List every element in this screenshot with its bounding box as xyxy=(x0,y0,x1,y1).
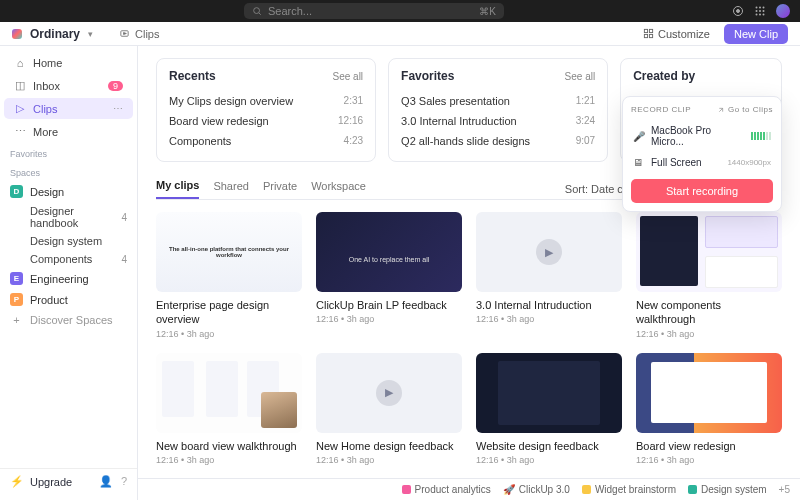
recent-item[interactable]: Components4:23 xyxy=(169,131,363,151)
favorite-item[interactable]: 3.0 Internal Intruduction3:24 xyxy=(401,111,595,131)
clip-icon: ▷ xyxy=(14,102,26,115)
tab-private[interactable]: Private xyxy=(263,180,297,198)
svg-point-10 xyxy=(756,14,758,16)
search-icon xyxy=(252,6,262,16)
space-engineering[interactable]: E Engineering xyxy=(0,268,137,289)
svg-line-1 xyxy=(259,13,261,15)
space-badge: P xyxy=(10,293,23,306)
svg-point-11 xyxy=(759,14,761,16)
svg-point-6 xyxy=(763,7,765,9)
play-icon: ▶ xyxy=(376,380,402,406)
tab-shared[interactable]: Shared xyxy=(213,180,248,198)
space-badge: E xyxy=(10,272,23,285)
space-child-design-system[interactable]: Design system xyxy=(0,232,137,250)
space-design[interactable]: D Design xyxy=(0,181,137,202)
upgrade-icon: ⚡ xyxy=(10,475,24,488)
clip-thumbnail: One AI to replace them all xyxy=(316,212,462,292)
see-all-link[interactable]: See all xyxy=(565,71,596,82)
record-circle-icon[interactable] xyxy=(732,5,744,17)
card-title: Created by xyxy=(633,69,695,83)
clips-grid: The all-in-one platform that connects yo… xyxy=(156,212,782,500)
apps-grid-icon[interactable] xyxy=(754,5,766,17)
main-content: Recents See all My Clips design overview… xyxy=(138,46,800,500)
clip-thumbnail xyxy=(476,353,622,433)
clip-thumbnail: ▶ xyxy=(476,212,622,292)
space-product[interactable]: P Product xyxy=(0,289,137,310)
recent-item[interactable]: Board view redesign12:16 xyxy=(169,111,363,131)
clip-card[interactable]: New board view walkthrough 12:16 • 3h ag… xyxy=(156,353,302,465)
global-search[interactable]: Search... ⌘K xyxy=(244,3,504,19)
plus-icon: + xyxy=(10,314,23,326)
home-icon: ⌂ xyxy=(14,57,26,69)
clip-card[interactable]: ▶ 3.0 Internal Intruduction 12:16 • 3h a… xyxy=(476,212,622,339)
more-dots-icon[interactable]: ⋯ xyxy=(113,103,123,114)
screen-option[interactable]: 🖥 Full Screen 1440x900px xyxy=(631,152,773,173)
person-icon[interactable]: 👤 xyxy=(99,475,113,488)
goto-clips-link[interactable]: Go to Clips xyxy=(717,105,773,114)
chip-dot-icon xyxy=(582,485,591,494)
clip-card[interactable]: One AI to replace them all ClickUp Brain… xyxy=(316,212,462,339)
footer-chip[interactable]: Widget brainstorm xyxy=(582,484,676,495)
clip-card[interactable]: ▶ New Home design feedback 12:16 • 3h ag… xyxy=(316,353,462,465)
inbox-icon: ◫ xyxy=(14,79,26,92)
svg-rect-18 xyxy=(649,34,652,37)
clip-card[interactable]: Website design feedback 12:16 • 3h ago xyxy=(476,353,622,465)
svg-rect-17 xyxy=(644,34,647,37)
footer-chip[interactable]: Design system xyxy=(688,484,767,495)
clip-card[interactable]: New components walkthrough 12:16 • 3h ag… xyxy=(636,212,782,339)
search-shortcut: ⌘K xyxy=(479,6,496,17)
customize-button[interactable]: Customize xyxy=(637,25,716,43)
favorite-item[interactable]: Q3 Sales presentation1:21 xyxy=(401,91,595,111)
upgrade-button[interactable]: Upgrade xyxy=(30,476,72,488)
sidebar-item-home[interactable]: ⌂ Home xyxy=(4,53,133,73)
svg-marker-14 xyxy=(124,33,127,35)
discover-spaces[interactable]: + Discover Spaces xyxy=(0,310,137,330)
space-child-handbook[interactable]: Designer handbook 4 xyxy=(0,202,137,232)
play-icon: ▶ xyxy=(536,239,562,265)
clip-card[interactable]: Board view redesign 12:16 • 3h ago xyxy=(636,353,782,465)
monitor-icon: 🖥 xyxy=(633,157,644,168)
spaces-heading: Spaces xyxy=(0,162,137,181)
audio-level-icon xyxy=(751,132,771,140)
more-icon: ⋯ xyxy=(14,125,26,138)
svg-rect-16 xyxy=(649,29,652,32)
favorite-item[interactable]: Q2 all-hands slide designs9:07 xyxy=(401,131,595,151)
tab-workspace[interactable]: Workspace xyxy=(311,180,366,198)
footer-bar: Product analytics 🚀ClickUp 3.0 Widget br… xyxy=(138,478,800,500)
favorites-card: Favorites See all Q3 Sales presentation1… xyxy=(388,58,608,162)
sidebar-item-inbox[interactable]: ◫ Inbox 9 xyxy=(4,75,133,96)
sidebar-item-clips[interactable]: ▷ Clips ⋯ xyxy=(4,98,133,119)
svg-point-5 xyxy=(759,7,761,9)
footer-more[interactable]: +5 xyxy=(779,484,790,495)
space-badge: D xyxy=(10,185,23,198)
see-all-link[interactable]: See all xyxy=(333,71,364,82)
footer-chip[interactable]: Product analytics xyxy=(402,484,491,495)
help-icon[interactable]: ? xyxy=(121,475,127,488)
sidebar-item-more[interactable]: ⋯ More xyxy=(4,121,133,142)
app-logo-icon xyxy=(12,29,22,39)
sidebar-footer: ⚡ Upgrade 👤 ? xyxy=(0,468,137,494)
inbox-badge: 9 xyxy=(108,81,123,91)
space-child-components[interactable]: Components 4 xyxy=(0,250,137,268)
svg-point-7 xyxy=(756,10,758,12)
mic-option[interactable]: 🎤 MacBook Pro Micro... xyxy=(631,120,773,152)
clip-thumbnail xyxy=(636,212,782,292)
footer-chip[interactable]: 🚀ClickUp 3.0 xyxy=(503,484,570,495)
chip-dot-icon xyxy=(688,485,697,494)
popover-heading: RECORD CLIP xyxy=(631,105,691,114)
clip-thumbnail: The all-in-one platform that connects yo… xyxy=(156,212,302,292)
tab-my-clips[interactable]: My clips xyxy=(156,179,199,199)
workspace-name[interactable]: Ordinary xyxy=(30,27,80,41)
clip-card[interactable]: The all-in-one platform that connects yo… xyxy=(156,212,302,339)
new-clip-button[interactable]: New Clip xyxy=(724,24,788,44)
card-title: Favorites xyxy=(401,69,454,83)
start-recording-button[interactable]: Start recording xyxy=(631,179,773,203)
user-avatar[interactable] xyxy=(776,4,790,18)
window-topbar: Search... ⌘K xyxy=(0,0,800,22)
chevron-down-icon[interactable]: ▾ xyxy=(88,29,93,39)
rocket-icon: 🚀 xyxy=(503,484,515,495)
workspace-bar: Ordinary ▾ Clips Customize New Clip xyxy=(0,22,800,46)
svg-rect-15 xyxy=(644,29,647,32)
top-tab-clips[interactable]: Clips xyxy=(119,28,159,40)
recent-item[interactable]: My Clips design overview2:31 xyxy=(169,91,363,111)
